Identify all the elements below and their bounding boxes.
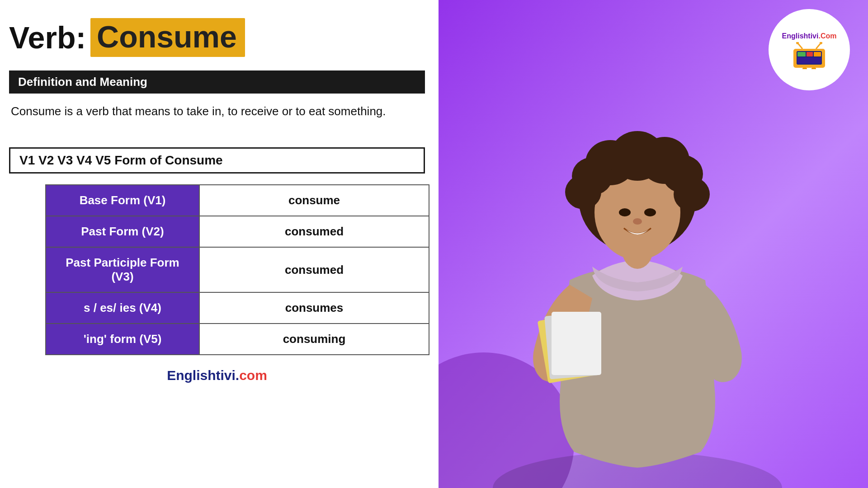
svg-rect-20 (807, 52, 813, 56)
logo-circle: Englishtivi.Com (769, 9, 850, 90)
svg-rect-16 (552, 312, 601, 375)
logo-tv-icon (791, 42, 827, 69)
title-row: Verb: Consume (9, 18, 425, 57)
verb-form-label: 'ing' form (V5) (46, 324, 199, 355)
verb-table: Base Form (V1)consumePast Form (V2)consu… (45, 184, 429, 355)
definition-header: Definition and Meaning (9, 70, 425, 94)
table-row: 'ing' form (V5)consuming (46, 324, 429, 355)
verb-form-value: consume (199, 185, 429, 216)
svg-rect-21 (814, 52, 821, 56)
title-prefix: Verb: (9, 20, 86, 55)
svg-rect-28 (811, 68, 816, 69)
svg-rect-27 (802, 68, 807, 69)
footer-brand: Englishtivi.com (9, 368, 425, 383)
verb-form-value: consumes (199, 292, 429, 324)
logo-text: Englishtivi.Com (782, 30, 837, 40)
person-illustration (484, 45, 791, 488)
table-row: Past Form (V2)consumed (46, 216, 429, 247)
left-panel: Verb: Consume Definition and Meaning Con… (0, 0, 439, 488)
footer-brand-blue: Englishtivi (167, 368, 236, 383)
verb-form-value: consuming (199, 324, 429, 355)
svg-rect-19 (797, 52, 806, 56)
verb-form-label: Past Participle Form (V3) (46, 247, 199, 292)
verb-form-value: consumed (199, 216, 429, 247)
verb-form-value: consumed (199, 247, 429, 292)
svg-line-24 (816, 43, 821, 49)
svg-point-11 (619, 208, 631, 216)
svg-point-13 (633, 218, 642, 225)
svg-point-10 (565, 175, 601, 209)
verb-form-label: Past Form (V2) (46, 216, 199, 247)
table-row: Base Form (V1)consume (46, 185, 429, 216)
right-panel: Englishtivi.Com (439, 0, 868, 488)
svg-point-12 (644, 208, 656, 216)
footer-dot: . (236, 368, 239, 383)
svg-point-9 (674, 177, 710, 211)
vforms-header: V1 V2 V3 V4 V5 Form of Consume (9, 147, 425, 174)
verb-form-label: Base Form (V1) (46, 185, 199, 216)
verb-form-label: s / es/ ies (V4) (46, 292, 199, 324)
table-row: Past Participle Form (V3)consumed (46, 247, 429, 292)
definition-text: Consume is a verb that means to take in,… (9, 103, 425, 120)
table-row: s / es/ ies (V4)consumes (46, 292, 429, 324)
svg-rect-22 (797, 57, 821, 64)
footer-brand-red: com (239, 368, 267, 383)
title-word: Consume (90, 18, 245, 57)
svg-line-23 (798, 43, 802, 49)
